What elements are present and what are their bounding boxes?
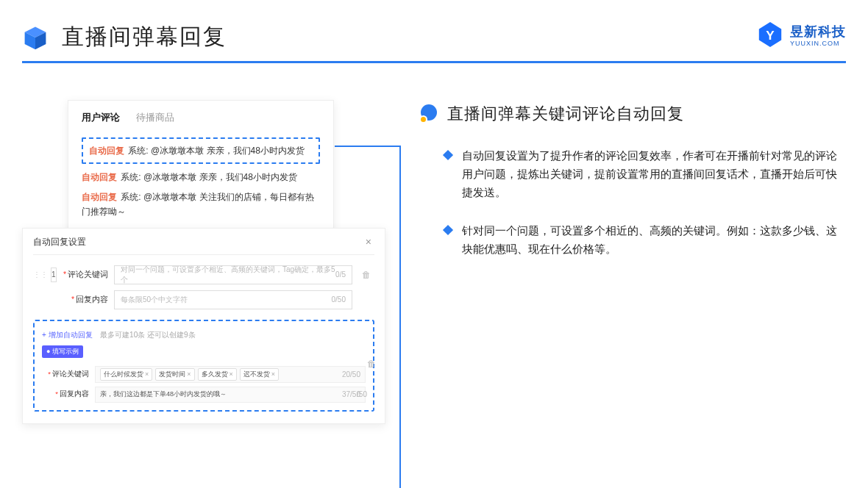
brand-icon: Y: [756, 21, 784, 49]
auto-reply-tag: 自动回复: [82, 192, 117, 202]
comment-text: @冰墩墩本墩 亲亲，我们48小时内发货: [151, 146, 305, 156]
counter: 0/5: [335, 270, 346, 279]
auto-reply-settings-card: 自动回复设置 × ⋮⋮1 *评论关键词 对同一个问题，可设置多个相近、高频的关键…: [22, 228, 385, 424]
tag[interactable]: 什么时候发货×: [100, 368, 152, 381]
tag[interactable]: 迟不发货×: [240, 368, 279, 381]
tag[interactable]: 发货时间×: [155, 368, 194, 381]
system-label: 系统:: [121, 172, 140, 182]
drag-handle-icon[interactable]: ⋮⋮: [33, 270, 48, 279]
bullet-item: 针对同一个问题，可设置多个相近的、高频的关键词。例如：这款多少钱、这块能优惠吗、…: [444, 222, 846, 259]
brand: Y 昱新科技 YUUXIN.COM: [756, 21, 846, 49]
comments-card: 用户评论 待播商品 自动回复 系统: @冰墩墩本墩 亲亲，我们48小时内发货 自…: [68, 100, 334, 235]
example-keyword-label: *评论关键词: [42, 370, 89, 379]
section-title: 直播间弹幕关键词评论自动回复: [447, 103, 684, 125]
keyword-input[interactable]: 对同一个问题，可设置多个相近、高频的关键词，Tag确定，最多5个 0/5: [114, 265, 352, 284]
diamond-icon: [443, 150, 453, 160]
example-content-text: 亲，我们这边都是下单48小时内发货的哦～: [100, 390, 227, 399]
list-item: 自动回复 系统: @冰墩墩本墩 亲亲，我们48小时内发货: [89, 143, 313, 158]
auto-reply-tag: 自动回复: [89, 146, 124, 156]
bullet-text: 自动回复设置为了提升作者的评论回复效率，作者可在开播前针对常见的评论用户问题，提…: [462, 147, 846, 201]
settings-title: 自动回复设置: [33, 236, 86, 248]
close-icon[interactable]: ×: [363, 236, 374, 248]
list-item: 自动回复 系统: @冰墩墩本墩 关注我们的店铺，每日都有热门推荐呦～: [82, 190, 320, 220]
example-keyword-input[interactable]: 什么时候发货× 发货时间× 多久发货× 迟不发货× 20/50: [95, 366, 366, 383]
example-box: + 增加自动回复 最多可建10条 还可以创建9条 ● 填写示例 *评论关键词 什…: [33, 320, 374, 412]
tag[interactable]: 多久发货×: [198, 368, 237, 381]
tab-user-comments[interactable]: 用户评论: [82, 111, 120, 124]
delete-icon[interactable]: 🗑: [358, 270, 374, 280]
page-title: 直播间弹幕回复: [62, 22, 227, 52]
outer-counter: /50: [357, 390, 367, 398]
brand-name: 昱新科技: [790, 23, 846, 40]
counter: 0/50: [332, 295, 346, 304]
placeholder-text: 对同一个问题，可设置多个相近、高频的关键词，Tag确定，最多5个: [121, 265, 335, 285]
cube-icon: [22, 24, 49, 51]
add-hint: 最多可建10条 还可以创建9条: [100, 331, 195, 339]
svg-text:Y: Y: [766, 29, 775, 43]
example-content-input[interactable]: 亲，我们这边都是下单48小时内发货的哦～ 37/50: [95, 387, 366, 403]
add-auto-reply-link[interactable]: + 增加自动回复: [42, 331, 93, 339]
brand-sub: YUUXIN.COM: [790, 40, 846, 47]
placeholder-text: 每条限50个中文字符: [121, 295, 188, 305]
counter: 20/50: [342, 370, 360, 378]
content-input[interactable]: 每条限50个中文字符 0/50: [114, 290, 352, 309]
section-bullet-icon: [419, 104, 438, 123]
diamond-icon: [443, 225, 453, 235]
content-label: *回复内容: [61, 295, 108, 305]
system-label: 系统:: [128, 146, 148, 156]
example-badge: ● 填写示例: [42, 345, 83, 358]
list-item: 自动回复 系统: @冰墩墩本墩 亲亲，我们48小时内发货: [82, 170, 320, 184]
highlighted-comment: 自动回复 系统: @冰墩墩本墩 亲亲，我们48小时内发货: [82, 137, 320, 164]
index-box: 1: [51, 268, 57, 282]
outer-delete-icon[interactable]: 🗑: [367, 359, 376, 369]
tab-pending-products[interactable]: 待播商品: [136, 111, 174, 124]
keyword-label: *评论关键词: [61, 270, 108, 280]
auto-reply-tag: 自动回复: [82, 172, 117, 182]
example-content-label: *回复内容: [42, 390, 89, 399]
bullet-text: 针对同一个问题，可设置多个相近的、高频的关键词。例如：这款多少钱、这块能优惠吗、…: [462, 222, 846, 259]
bullet-item: 自动回复设置为了提升作者的评论回复效率，作者可在开播前针对常见的评论用户问题，提…: [444, 147, 846, 201]
comment-text: @冰墩墩本墩 亲亲，我们48小时内发货: [143, 172, 297, 182]
system-label: 系统:: [121, 192, 140, 202]
